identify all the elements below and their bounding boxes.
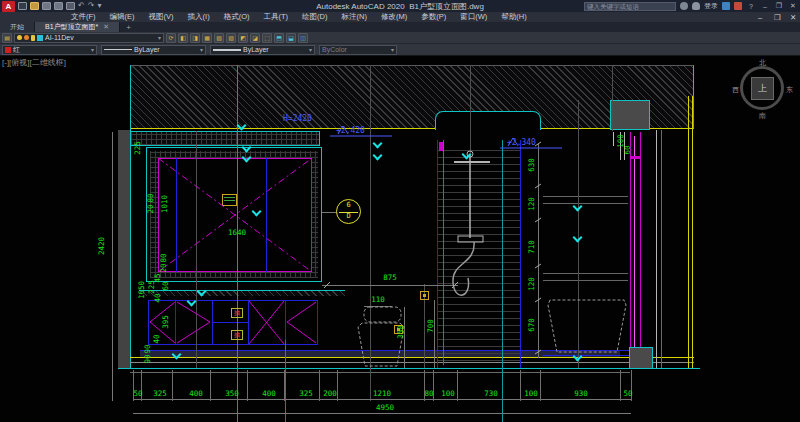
dim-label: 80 <box>424 389 433 398</box>
layer-tool-icon[interactable]: ⬚ <box>262 33 272 43</box>
linetype-dropdown[interactable]: ByLayer ▾ <box>101 45 206 55</box>
new-tab-button[interactable]: + <box>120 23 137 32</box>
layer-tool-icon[interactable]: ⬒ <box>274 33 284 43</box>
dim-label: 60 <box>161 281 170 290</box>
layer-properties-icon[interactable]: ▤ <box>2 33 12 43</box>
menu-item[interactable]: 绘图(D) <box>295 12 334 22</box>
menu-item[interactable]: 文件(F) <box>64 12 103 22</box>
pan-arrow-icon <box>373 151 383 161</box>
viewcube-south[interactable]: 南 <box>759 111 766 121</box>
level-marker-right: +2.340 <box>507 138 536 147</box>
search-input[interactable]: 键入关键字或短语 <box>584 2 676 11</box>
undo-icon[interactable]: ↶ <box>78 2 85 10</box>
user-icon[interactable] <box>692 2 700 10</box>
level-marker-left: +2.420 <box>336 126 365 135</box>
layer-dropdown[interactable]: AI-11Dev ▾ <box>14 33 164 43</box>
dim-line-vertical-left <box>112 132 113 401</box>
tab-start[interactable]: 开始 <box>0 22 35 32</box>
cart-icon[interactable] <box>722 2 730 10</box>
dim-label: 50 <box>133 389 142 398</box>
layer-tool-icon[interactable]: ◨ <box>190 33 200 43</box>
tab-close-icon[interactable]: ✕ <box>103 23 109 31</box>
menu-item[interactable]: 修改(M) <box>374 12 414 22</box>
layer-tool-icon[interactable]: ◩ <box>238 33 248 43</box>
viewcube-top-face[interactable]: 上 <box>751 77 774 100</box>
menu-item[interactable]: 插入(I) <box>181 12 217 22</box>
menu-item[interactable]: 编辑(E) <box>103 12 142 22</box>
drawing-canvas[interactable]: [-][俯视][二维线框] 6 D 抽 抽 <box>0 56 800 422</box>
shower-green-line <box>443 140 444 365</box>
lineweight-dropdown[interactable]: ByLayer ▾ <box>210 45 315 55</box>
save-icon[interactable] <box>42 2 51 10</box>
signin-label[interactable]: 登录 <box>704 1 718 11</box>
dim-label: 40 <box>153 293 162 302</box>
construction-line <box>470 65 471 153</box>
color-dropdown[interactable]: 红 ▾ <box>2 45 97 55</box>
lineweight-sample <box>213 49 241 51</box>
help-icon[interactable]: ? <box>746 3 756 10</box>
right-wall-line <box>661 130 662 368</box>
menu-item[interactable]: 工具(T) <box>257 12 296 22</box>
plotstyle-dropdown: ByColor ▾ <box>319 45 397 55</box>
dim-label: 90 <box>143 354 152 363</box>
menu-item[interactable]: 帮助(H) <box>494 12 533 22</box>
drawer-label: 抽 <box>231 308 243 318</box>
color-swatch-red <box>5 47 11 53</box>
layer-tool-icon[interactable]: ◪ <box>250 33 260 43</box>
plot-icon[interactable] <box>66 2 75 10</box>
layer-tool-icon[interactable]: ⬓ <box>286 33 296 43</box>
autodesk-app-icon[interactable] <box>734 2 742 10</box>
menu-item[interactable]: 窗口(W) <box>453 12 494 22</box>
layer-tool-icon[interactable]: ◧ <box>178 33 188 43</box>
dim-label: 40 <box>152 334 161 343</box>
dim-label: 200 <box>323 389 337 398</box>
callout-leader-line <box>322 212 337 213</box>
redo-icon[interactable]: ↷ <box>88 2 95 10</box>
doc-minimize-button[interactable]: – <box>751 13 765 22</box>
menu-item[interactable]: 标注(N) <box>335 12 374 22</box>
dim-label: 670 <box>527 318 536 332</box>
menu-item[interactable]: 格式(O) <box>217 12 257 22</box>
new-file-icon[interactable] <box>18 2 27 10</box>
tub-deck-line <box>543 355 643 356</box>
vanity-divider <box>248 300 249 345</box>
properties-toolbar: 红 ▾ ByLayer ▾ ByLayer ▾ ByColor ▾ <box>0 44 800 56</box>
dim-label: 325 <box>299 389 313 398</box>
save-as-icon[interactable] <box>54 2 63 10</box>
viewcube[interactable]: 北 南 西 东 上 <box>734 60 792 118</box>
app-restore-button[interactable]: ❐ <box>774 2 784 10</box>
layer-tool-icon[interactable]: ▧ <box>214 33 224 43</box>
open-file-icon[interactable] <box>30 2 39 10</box>
app-close-button[interactable]: ✕ <box>788 2 798 10</box>
dim-label: 110 <box>371 295 385 304</box>
dim-extension-line <box>540 370 541 401</box>
viewcube-north[interactable]: 北 <box>759 58 766 68</box>
elevation-callout: 6 D <box>336 199 361 224</box>
autocad-window: A ↶ ↷ ▾ Autodesk AutoCAD 2020 B1户型顶立面图.d… <box>0 0 800 422</box>
tile-joint <box>543 203 628 204</box>
dim-label: 120 <box>527 277 536 291</box>
shower-ceiling-recess <box>435 111 541 130</box>
viewcube-west[interactable]: 西 <box>732 85 739 95</box>
viewcube-east[interactable]: 东 <box>786 85 793 95</box>
tab-document[interactable]: B1户型顶立面图*✕ <box>35 22 120 32</box>
layer-on-icon <box>17 35 22 40</box>
dim-label: 80 <box>159 253 168 262</box>
dim-label: 90 <box>143 344 152 353</box>
viewport-controls[interactable]: [-][俯视][二维线框] <box>2 57 66 68</box>
menu-item[interactable]: 参数(P) <box>414 12 453 22</box>
door-frame-line <box>630 132 631 362</box>
search-icon[interactable] <box>680 2 688 10</box>
outlet-symbol <box>420 291 429 300</box>
doc-close-button[interactable]: ✕ <box>783 13 797 22</box>
autocad-logo-icon[interactable]: A <box>2 1 15 12</box>
layer-tool-icon[interactable]: ▨ <box>226 33 236 43</box>
layer-tool-icon[interactable]: ◫ <box>298 33 308 43</box>
dim-label: 710 <box>527 240 536 254</box>
doc-restore-button[interactable]: ❐ <box>767 13 781 22</box>
menu-item[interactable]: 视图(V) <box>142 12 181 22</box>
layer-tool-icon[interactable]: ⟳ <box>166 33 176 43</box>
layer-tool-icon[interactable]: ▦ <box>202 33 212 43</box>
qat-dropdown-icon[interactable]: ▾ <box>97 2 101 10</box>
app-minimize-button[interactable]: – <box>760 3 770 10</box>
